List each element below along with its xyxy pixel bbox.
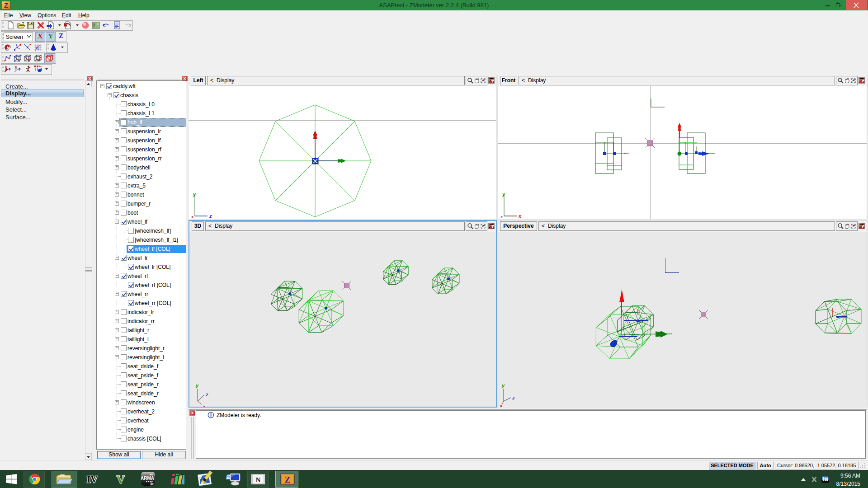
svg-text:N: N (256, 476, 261, 483)
svg-text:y: y (193, 192, 196, 197)
svg-text:V: V (117, 473, 125, 486)
svg-text:z: z (209, 213, 212, 219)
svg-text:x: x (203, 404, 206, 407)
svg-text:Z: Z (285, 475, 291, 484)
svg-text:z: z (205, 392, 208, 397)
svg-text:z: z (512, 395, 515, 400)
svg-text:ARMA: ARMA (141, 476, 154, 481)
svg-text:x: x (500, 404, 503, 407)
svg-text:z: z (500, 215, 503, 219)
svg-text:y: y (195, 383, 199, 388)
svg-text:x: x (518, 213, 522, 219)
svg-text:x: x (191, 215, 194, 219)
svg-text:IV: IV (87, 474, 97, 485)
svg-text:y: y (502, 192, 505, 197)
svg-text:y: y (501, 383, 505, 388)
